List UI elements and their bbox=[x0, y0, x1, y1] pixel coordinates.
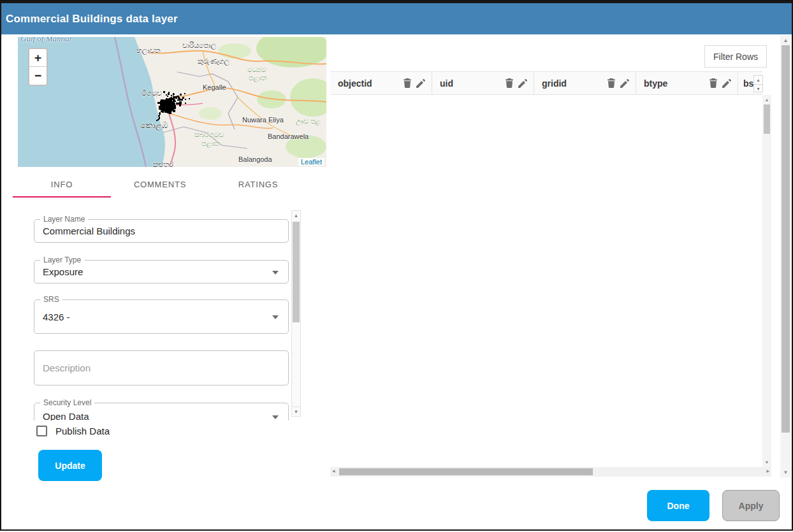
srs-value: 4326 - bbox=[43, 300, 269, 333]
column-header-gridid[interactable]: gridid bbox=[534, 72, 636, 94]
table-hscrollbar-thumb[interactable] bbox=[339, 468, 593, 475]
scroll-left-icon[interactable]: ◂ bbox=[332, 468, 335, 474]
column-header-label: objectid bbox=[338, 78, 372, 89]
tab-ratings-label: RATINGS bbox=[238, 180, 278, 189]
column-header-bs[interactable]: bs▲▼ bbox=[738, 72, 762, 94]
table-horizontal-scrollbar[interactable]: ◂ ▸ bbox=[330, 467, 771, 477]
column-header-label: gridid bbox=[542, 78, 567, 89]
map-place-label: Nuwara Eliya bbox=[242, 116, 284, 124]
table-vscrollbar-thumb[interactable] bbox=[764, 104, 770, 134]
dropdown-arrow-icon bbox=[272, 271, 279, 275]
column-header-uid[interactable]: uid bbox=[432, 72, 534, 94]
column-header-btype[interactable]: btype bbox=[636, 72, 738, 94]
delete-column-icon[interactable] bbox=[709, 78, 718, 88]
leaflet-attribution-link[interactable]: Leaflet bbox=[298, 158, 324, 166]
map-place-label: වාරියපොල bbox=[182, 41, 216, 50]
map-zoom-in-button[interactable]: + bbox=[29, 49, 47, 67]
scroll-down-icon[interactable]: ▼ bbox=[780, 470, 791, 475]
edit-column-icon[interactable] bbox=[620, 79, 629, 88]
description-input[interactable] bbox=[34, 351, 288, 385]
tab-bar: INFO COMMENTS RATINGS bbox=[13, 171, 307, 198]
filter-rows-button[interactable]: Filter Rows bbox=[704, 45, 767, 68]
table-vertical-scrollbar[interactable]: ▲ ▼ bbox=[762, 95, 771, 467]
edit-column-icon[interactable] bbox=[722, 79, 731, 88]
tab-info[interactable]: INFO bbox=[13, 171, 111, 198]
dialog-scrollbar[interactable]: ▲ ▼ bbox=[780, 35, 791, 478]
map-place-label: Kegalle bbox=[203, 83, 226, 91]
dialog-title: Commercial Buildings data layer bbox=[6, 13, 178, 25]
form-scrollbar[interactable]: ▲ ▼ bbox=[291, 210, 301, 417]
column-header-label: btype bbox=[644, 78, 667, 89]
map-basemap bbox=[18, 37, 326, 167]
scroll-up-icon[interactable]: ▲ bbox=[780, 38, 791, 43]
column-header-label: bs bbox=[743, 78, 753, 89]
map-place-label: මීගමුව bbox=[142, 89, 162, 97]
layer-name-input[interactable] bbox=[34, 220, 288, 242]
srs-select[interactable]: SRS 4326 - bbox=[34, 299, 289, 334]
layer-name-field: Layer Name bbox=[34, 219, 289, 243]
delete-column-icon[interactable] bbox=[607, 78, 616, 88]
description-field bbox=[34, 350, 289, 385]
layer-type-select[interactable]: Layer Type Exposure bbox=[34, 260, 289, 284]
publish-data-checkbox[interactable] bbox=[36, 426, 47, 436]
done-button[interactable]: Done bbox=[647, 490, 709, 521]
tab-comments-label: COMMENTS bbox=[134, 180, 186, 189]
scroll-up-icon[interactable]: ▲ bbox=[292, 213, 300, 219]
dialog-scrollbar-thumb[interactable] bbox=[782, 45, 790, 433]
scroll-up-icon[interactable]: ▲ bbox=[762, 97, 771, 102]
map[interactable]: Gulf of Mannarහලාවතවාරියපොලකුරුණෑගලමධ්‍ය… bbox=[18, 37, 326, 167]
info-form: Layer Name Layer Type Exposure SRS 4326 … bbox=[13, 205, 301, 421]
scroll-right-icon[interactable]: ▸ bbox=[766, 468, 769, 474]
edit-column-icon[interactable] bbox=[518, 79, 527, 88]
map-place-label: Gulf of Mannar bbox=[20, 37, 73, 44]
scroll-down-icon[interactable]: ▼ bbox=[292, 406, 300, 415]
tab-comments[interactable]: COMMENTS bbox=[111, 171, 209, 198]
map-zoom-control: + − bbox=[28, 48, 48, 86]
map-place-label: Bandarawela bbox=[268, 133, 309, 140]
sort-down-icon[interactable]: ▼ bbox=[754, 85, 762, 93]
edit-column-icon[interactable] bbox=[416, 79, 425, 88]
map-place-label: කළුතර bbox=[153, 161, 173, 167]
column-sort-spinner[interactable]: ▲▼ bbox=[753, 75, 763, 92]
map-zoom-out-button[interactable]: − bbox=[29, 67, 47, 85]
tab-ratings[interactable]: RATINGS bbox=[209, 171, 307, 198]
publish-data-row: Publish Data bbox=[36, 426, 110, 436]
delete-column-icon[interactable] bbox=[403, 78, 412, 88]
publish-data-label: Publish Data bbox=[55, 426, 110, 436]
column-header-objectid[interactable]: objectid bbox=[330, 72, 432, 94]
dropdown-arrow-icon bbox=[272, 415, 279, 419]
table-header: objectiduidgrididbtypebs▲▼ bbox=[330, 71, 762, 95]
dropdown-arrow-icon bbox=[272, 315, 279, 319]
map-place-label: මධ්‍යම bbox=[247, 66, 266, 74]
apply-button[interactable]: Apply bbox=[722, 490, 780, 521]
column-header-label: uid bbox=[440, 78, 453, 89]
sort-up-icon[interactable]: ▲ bbox=[754, 76, 762, 85]
map-place-label: Balangoda bbox=[238, 155, 272, 163]
security-level-select[interactable]: Security Level Open Data bbox=[34, 403, 289, 421]
layer-type-value: Exposure bbox=[43, 261, 269, 283]
map-place-label: පළාත bbox=[249, 74, 266, 82]
form-scrollbar-thumb[interactable] bbox=[293, 222, 300, 322]
map-place-label: සබරගමුව bbox=[194, 131, 224, 139]
map-place-label: ඌව පළ bbox=[296, 117, 321, 126]
map-place-label: කුරුණෑගල bbox=[198, 57, 229, 66]
update-button[interactable]: Update bbox=[38, 450, 102, 481]
map-place-label: හලාවත bbox=[136, 47, 161, 55]
security-level-value: Open Data bbox=[43, 403, 269, 421]
delete-column-icon[interactable] bbox=[505, 78, 514, 88]
dialog-titlebar: Commercial Buildings data layer bbox=[1, 3, 792, 34]
map-place-label: පළාත bbox=[201, 140, 219, 148]
scroll-down-icon[interactable]: ▼ bbox=[762, 460, 771, 464]
dialog: Commercial Buildings data layer Gulf o bbox=[0, 0, 793, 531]
map-place-label: කොළඹ bbox=[140, 120, 168, 131]
table-body bbox=[330, 95, 762, 467]
tab-info-label: INFO bbox=[51, 180, 73, 189]
